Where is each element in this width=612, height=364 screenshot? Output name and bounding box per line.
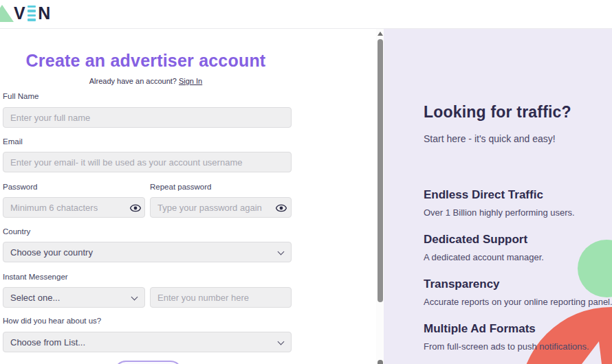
logo-e-bars-icon: [28, 5, 36, 21]
password-label: Password: [3, 183, 38, 191]
chevron-down-icon: [131, 294, 138, 301]
marketing-panel: Looking for traffic? Start here - it's q…: [384, 29, 612, 364]
messenger-type-value: Select one...: [10, 293, 60, 303]
feature-body: A dedicated account manager.: [424, 252, 612, 262]
repeat-password-label: Repeat password: [150, 183, 212, 191]
feature-dedicated-support: Dedicated Support A dedicated account ma…: [424, 233, 612, 262]
scrollbar-thumb[interactable]: [378, 39, 383, 302]
panel-subtitle: Start here - it's quick and easy!: [424, 133, 556, 144]
feature-ad-formats: Multiple Ad Formats From full-screen ads…: [424, 322, 612, 352]
feature-heading: Transparency: [424, 277, 612, 291]
feature-body: Over 1 Billion highly performing users.: [424, 207, 612, 218]
repeat-password-input[interactable]: [150, 197, 292, 218]
full-name-label: Full Name: [3, 92, 39, 100]
messenger-number-input[interactable]: [150, 287, 292, 308]
feature-transparency: Transparency Accurate reports on your on…: [424, 277, 612, 307]
password-eye-icon[interactable]: [129, 203, 142, 212]
page-title: Create an advertiser account: [0, 51, 292, 71]
scroll-up-button[interactable]: [377, 30, 383, 36]
logo-letter-v: V: [14, 4, 25, 22]
top-header: V N: [0, 0, 612, 29]
messenger-type-select[interactable]: Select one...: [3, 287, 145, 308]
email-label: Email: [3, 137, 23, 146]
feature-heading: Multiple Ad Formats: [424, 322, 612, 336]
country-label: Country: [3, 227, 30, 236]
scroll-down-button[interactable]: [378, 360, 383, 364]
repeat-password-eye-icon[interactable]: [275, 203, 287, 212]
submit-button[interactable]: [114, 361, 182, 364]
instant-messenger-label: Instant Messenger: [3, 273, 68, 281]
panel-title: Looking for traffic?: [424, 103, 571, 122]
chevron-down-icon: [278, 339, 285, 345]
signin-prompt: Already have an account?Sign In: [0, 77, 292, 85]
password-input[interactable]: [3, 197, 145, 218]
vertical-scrollbar[interactable]: [376, 29, 384, 364]
country-select-value: Choose your country: [10, 247, 93, 258]
signin-prompt-text: Already have an account?: [89, 77, 177, 85]
feature-body: From full-screen ads to push notificatio…: [424, 341, 612, 352]
feature-heading: Endless Direct Traffic: [424, 188, 612, 202]
chevron-down-icon: [278, 249, 285, 255]
country-select[interactable]: Choose your country: [3, 242, 292, 262]
referral-label: How did you hear about us?: [3, 317, 101, 325]
referral-select-value: Choose from List...: [10, 337, 85, 348]
feature-endless-traffic: Endless Direct Traffic Over 1 Billion hi…: [424, 188, 612, 218]
brand-logo[interactable]: V N: [0, 3, 51, 23]
logo-letter-n: N: [38, 4, 51, 22]
signin-link[interactable]: Sign In: [179, 77, 202, 85]
signup-form-pane: Create an advertiser account Already hav…: [0, 29, 376, 364]
referral-select[interactable]: Choose from List...: [3, 332, 292, 352]
logo-triangle-icon: [0, 5, 14, 22]
feature-heading: Dedicated Support: [424, 233, 612, 247]
email-input[interactable]: [3, 152, 292, 172]
full-name-input[interactable]: [3, 107, 292, 128]
feature-body: Accurate reports on your online reportin…: [424, 297, 612, 307]
